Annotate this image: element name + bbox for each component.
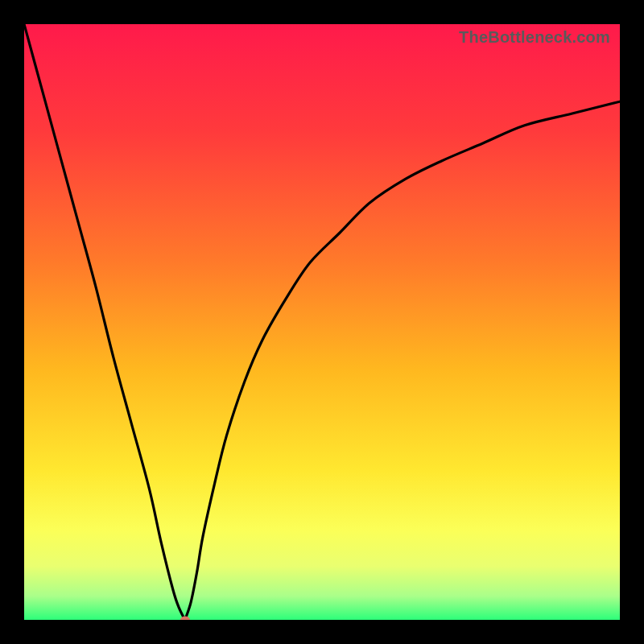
plot-area: TheBottleneck.com (24, 24, 620, 620)
chart-container: TheBottleneck.com (0, 0, 644, 644)
minimum-marker (180, 617, 190, 621)
bottleneck-curve (24, 24, 620, 620)
